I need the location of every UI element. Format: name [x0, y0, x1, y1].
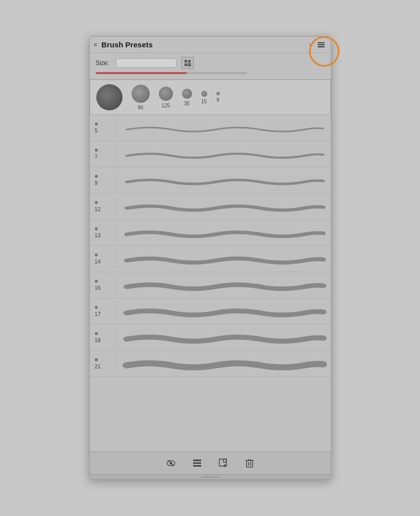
brush-item-preview-5: [115, 118, 331, 138]
collapse-button[interactable]: «: [309, 42, 312, 47]
visibility-toggle-button[interactable]: [164, 456, 178, 470]
list-icon: [192, 458, 202, 468]
brush-dot-125: [159, 87, 173, 101]
brush-item-21[interactable]: 21: [90, 351, 331, 377]
app-background: × Brush Presets « Size:: [0, 0, 420, 516]
brush-dot-15: [201, 91, 207, 97]
brush-size-value-5: 5: [95, 127, 98, 134]
brush-item-9[interactable]: 9: [90, 167, 331, 194]
brush-size-value-17: 17: [95, 311, 101, 317]
brush-item-preview-17: [115, 301, 331, 321]
brush-item-size-13: 13: [90, 227, 115, 238]
resize-dot-2: [204, 476, 206, 478]
brush-item-size-18: 18: [90, 332, 115, 343]
brush-item-18[interactable]: 18: [90, 325, 331, 351]
brush-stroke-7: [119, 147, 327, 162]
resize-dot-3: [207, 476, 208, 478]
brush-dot-indicator-17: [95, 306, 98, 309]
svg-rect-1: [188, 60, 191, 62]
list-view-button[interactable]: [190, 456, 204, 470]
new-brush-button[interactable]: [216, 456, 230, 470]
brush-preview-item-15[interactable]: 15: [201, 91, 207, 104]
brush-dot-indicator-18: [95, 332, 98, 335]
delete-brush-button[interactable]: [243, 456, 257, 470]
size-slider[interactable]: [96, 72, 247, 74]
menu-line-1: [318, 42, 325, 43]
brush-stroke-16: [119, 278, 327, 293]
brush-stroke-9: [119, 173, 327, 188]
svg-rect-12: [219, 459, 226, 466]
brush-size-value-13: 13: [95, 232, 101, 238]
svg-rect-2: [185, 63, 187, 66]
brush-item-preview-9: [115, 170, 331, 190]
resize-dot-4: [209, 476, 211, 478]
resize-dot-7: [217, 476, 218, 478]
brush-item-size-7: 7: [90, 149, 115, 160]
svg-rect-11: [193, 465, 201, 467]
brush-dot-indicator-14: [95, 253, 98, 256]
brush-item-size-5: 5: [90, 122, 115, 134]
brush-item-16[interactable]: 16: [90, 272, 331, 298]
brush-size-value-9: 9: [95, 180, 98, 186]
brush-dot-indicator-7: [95, 149, 98, 152]
brush-stroke-5: [119, 120, 327, 136]
brush-preview-item-90[interactable]: 90: [132, 85, 150, 110]
brush-preview-item-selected[interactable]: [96, 84, 123, 110]
size-label: Size:: [96, 59, 111, 67]
brush-size-label-9: 9: [216, 97, 219, 103]
brush-preview-item-9[interactable]: 9: [216, 92, 220, 103]
brush-item-size-21: 21: [90, 358, 115, 369]
brush-dot-indicator-12: [95, 201, 98, 204]
brush-size-value-14: 14: [95, 259, 101, 265]
brush-item-preview-12: [115, 197, 331, 217]
resize-dots: [202, 476, 218, 478]
brush-item-12[interactable]: 12: [90, 194, 331, 220]
brush-list[interactable]: 5 7: [90, 115, 331, 452]
brush-size-value-16: 16: [95, 285, 101, 291]
brush-item-size-9: 9: [90, 175, 115, 186]
brush-dot-large: [96, 84, 123, 110]
brush-stroke-18: [119, 330, 327, 345]
brush-item-preview-13: [115, 223, 331, 243]
resize-dot-1: [202, 476, 203, 478]
menu-line-2: [318, 44, 325, 45]
brush-item-7[interactable]: 7: [90, 141, 331, 167]
brush-size-value-12: 12: [95, 206, 101, 212]
brush-dot-90: [132, 85, 150, 103]
brush-item-preview-7: [115, 144, 331, 164]
svg-rect-0: [185, 60, 187, 62]
close-button[interactable]: ×: [94, 41, 98, 48]
brush-dot-35: [182, 89, 192, 99]
svg-rect-10: [193, 463, 201, 464]
panel-menu-button[interactable]: [316, 41, 327, 48]
brush-item-13[interactable]: 13: [90, 220, 331, 246]
svg-rect-13: [223, 459, 226, 462]
brush-dot-indicator-21: [95, 358, 98, 361]
brush-dot-indicator-9: [95, 175, 98, 178]
new-brush-icon: [218, 458, 228, 468]
brush-item-17[interactable]: 17: [90, 298, 331, 325]
bottom-toolbar: [90, 452, 331, 474]
controls-area: Size:: [90, 53, 331, 80]
resize-dot-6: [214, 476, 216, 478]
brush-stroke-14: [119, 251, 327, 267]
brush-preview-item-35[interactable]: 35: [182, 89, 192, 106]
title-bar-right: «: [309, 41, 326, 48]
brush-item-5[interactable]: 5: [90, 115, 331, 141]
brush-stroke-13: [119, 225, 327, 240]
preset-manager-icon[interactable]: [182, 57, 194, 69]
brush-size-value-7: 7: [95, 154, 98, 160]
brush-stroke-17: [119, 304, 327, 319]
title-bar-left: × Brush Presets: [94, 40, 153, 49]
panel-title: Brush Presets: [101, 40, 153, 49]
brush-size-label-125: 125: [161, 103, 170, 108]
brush-size-label-15: 15: [201, 99, 207, 104]
brush-dot-indicator-13: [95, 227, 98, 230]
brush-item-size-12: 12: [90, 201, 115, 212]
brush-item-14[interactable]: 14: [90, 246, 331, 272]
brush-size-label-35: 35: [184, 101, 190, 106]
brush-presets-panel: × Brush Presets « Size:: [89, 36, 331, 480]
brush-preview-item-125[interactable]: 125: [159, 87, 173, 108]
resize-handle[interactable]: [90, 474, 331, 479]
brush-stroke-12: [119, 199, 327, 214]
